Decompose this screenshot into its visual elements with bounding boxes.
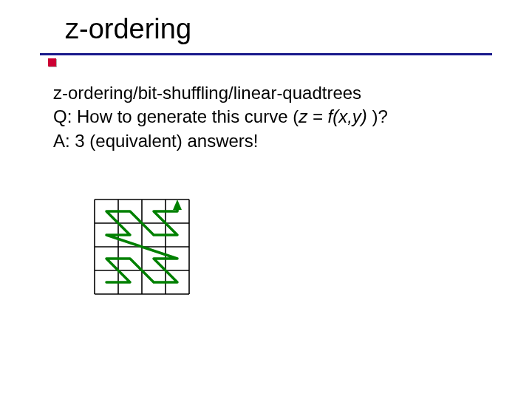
arrowhead-icon (173, 200, 182, 210)
line2-formula: z = f(x,y) (299, 106, 367, 126)
svg-marker-10 (173, 200, 182, 210)
body-line-2: Q: How to generate this curve (z = f(x,y… (53, 105, 497, 129)
body-text: z-ordering/bit-shuffling/linear-quadtree… (53, 81, 497, 153)
body-line-3: A: 3 (equivalent) answers! (53, 129, 497, 153)
line2-pre: Q: How to generate this curve ( (53, 106, 299, 126)
body-line-1: z-ordering/bit-shuffling/linear-quadtree… (53, 81, 497, 105)
title-underline (40, 53, 492, 55)
line2-post: )? (367, 106, 388, 126)
title-bullet (38, 56, 56, 69)
page-title: z-ordering (65, 13, 191, 45)
z-curve-diagram (90, 195, 194, 301)
square-icon (48, 58, 56, 66)
slide: z-ordering z-ordering/bit-shuffling/line… (0, 0, 532, 399)
z-curve-svg (90, 195, 194, 299)
